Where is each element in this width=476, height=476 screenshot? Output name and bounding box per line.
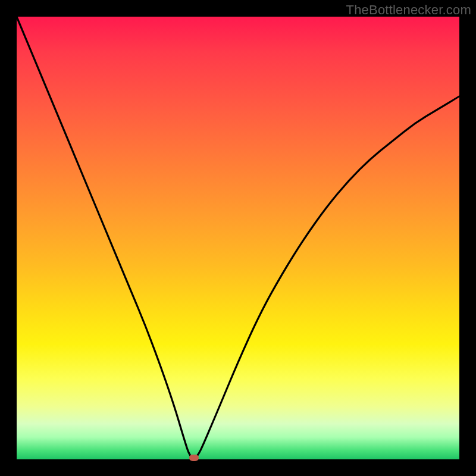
chart-frame: TheBottlenecker.com [0,0,476,476]
bottleneck-curve [17,17,459,459]
optimum-marker [189,455,199,461]
plot-area [17,17,459,459]
source-watermark: TheBottlenecker.com [346,2,471,18]
